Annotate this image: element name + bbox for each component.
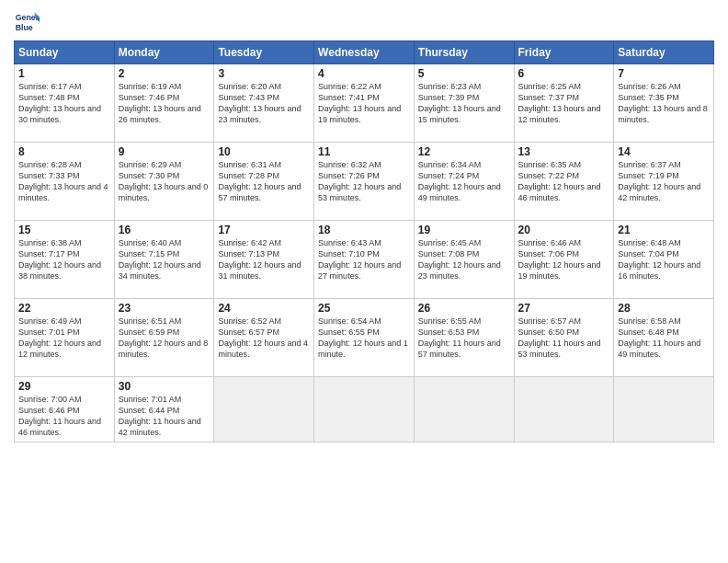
cell-info: Sunrise: 6:25 AMSunset: 7:37 PMDaylight:… — [518, 81, 610, 126]
cell-info: Sunrise: 6:22 AMSunset: 7:41 PMDaylight:… — [318, 81, 410, 126]
logo: General Blue — [14, 9, 43, 35]
day-number: 16 — [119, 224, 210, 236]
calendar-cell: 13 Sunrise: 6:35 AMSunset: 7:22 PMDaylig… — [514, 143, 614, 221]
cell-info: Sunrise: 6:29 AMSunset: 7:30 PMDaylight:… — [119, 159, 210, 204]
day-number: 30 — [119, 380, 210, 393]
calendar-cell: 4 Sunrise: 6:22 AMSunset: 7:41 PMDayligh… — [314, 64, 415, 143]
cell-info: Sunrise: 6:48 AMSunset: 7:04 PMDaylight:… — [618, 237, 710, 282]
calendar-cell — [514, 377, 614, 442]
calendar-cell: 28 Sunrise: 6:58 AMSunset: 6:48 PMDaylig… — [614, 299, 714, 377]
cell-info: Sunrise: 6:26 AMSunset: 7:35 PMDaylight:… — [618, 81, 710, 126]
cell-info: Sunrise: 6:45 AMSunset: 7:08 PMDaylight:… — [418, 237, 510, 282]
cell-info: Sunrise: 6:58 AMSunset: 6:48 PMDaylight:… — [618, 316, 710, 361]
day-header: Saturday — [614, 41, 714, 64]
calendar-cell: 9 Sunrise: 6:29 AMSunset: 7:30 PMDayligh… — [114, 143, 214, 221]
calendar-cell: 17 Sunrise: 6:42 AMSunset: 7:13 PMDaylig… — [214, 221, 314, 299]
calendar-cell: 1 Sunrise: 6:17 AMSunset: 7:48 PMDayligh… — [15, 64, 115, 143]
day-number: 10 — [218, 145, 310, 158]
day-number: 23 — [119, 302, 210, 315]
calendar-cell: 11 Sunrise: 6:32 AMSunset: 7:26 PMDaylig… — [314, 143, 415, 221]
calendar-cell: 12 Sunrise: 6:34 AMSunset: 7:24 PMDaylig… — [414, 143, 514, 221]
day-number: 29 — [18, 380, 110, 393]
calendar-cell: 26 Sunrise: 6:55 AMSunset: 6:53 PMDaylig… — [414, 299, 514, 377]
calendar-cell: 24 Sunrise: 6:52 AMSunset: 6:57 PMDaylig… — [214, 299, 314, 377]
day-number: 2 — [119, 67, 210, 80]
cell-info: Sunrise: 6:40 AMSunset: 7:15 PMDaylight:… — [119, 237, 210, 282]
day-number: 14 — [618, 145, 710, 158]
calendar-cell: 16 Sunrise: 6:40 AMSunset: 7:15 PMDaylig… — [114, 221, 214, 299]
day-number: 19 — [418, 224, 510, 236]
day-header: Tuesday — [214, 41, 314, 64]
cell-info: Sunrise: 6:23 AMSunset: 7:39 PMDaylight:… — [418, 81, 510, 126]
cell-info: Sunrise: 6:46 AMSunset: 7:06 PMDaylight:… — [518, 237, 610, 282]
calendar-cell: 7 Sunrise: 6:26 AMSunset: 7:35 PMDayligh… — [614, 64, 714, 143]
calendar-cell — [314, 377, 415, 442]
cell-info: Sunrise: 6:54 AMSunset: 6:55 PMDaylight:… — [318, 316, 410, 361]
calendar-cell: 5 Sunrise: 6:23 AMSunset: 7:39 PMDayligh… — [414, 64, 514, 143]
calendar-cell: 22 Sunrise: 6:49 AMSunset: 7:01 PMDaylig… — [15, 299, 115, 377]
calendar-cell: 27 Sunrise: 6:57 AMSunset: 6:50 PMDaylig… — [514, 299, 614, 377]
calendar-cell: 25 Sunrise: 6:54 AMSunset: 6:55 PMDaylig… — [314, 299, 415, 377]
calendar-cell: 15 Sunrise: 6:38 AMSunset: 7:17 PMDaylig… — [15, 221, 115, 299]
day-number: 22 — [18, 302, 110, 315]
calendar-cell — [614, 377, 714, 442]
calendar-cell: 20 Sunrise: 6:46 AMSunset: 7:06 PMDaylig… — [514, 221, 614, 299]
cell-info: Sunrise: 6:38 AMSunset: 7:17 PMDaylight:… — [18, 237, 110, 282]
day-number: 11 — [318, 145, 410, 158]
day-number: 3 — [218, 67, 310, 80]
cell-info: Sunrise: 6:43 AMSunset: 7:10 PMDaylight:… — [318, 237, 410, 282]
calendar-cell: 14 Sunrise: 6:37 AMSunset: 7:19 PMDaylig… — [614, 143, 714, 221]
cell-info: Sunrise: 6:49 AMSunset: 7:01 PMDaylight:… — [18, 316, 110, 361]
calendar-cell: 23 Sunrise: 6:51 AMSunset: 6:59 PMDaylig… — [114, 299, 214, 377]
calendar-cell: 19 Sunrise: 6:45 AMSunset: 7:08 PMDaylig… — [414, 221, 514, 299]
calendar-cell: 30 Sunrise: 7:01 AMSunset: 6:44 PMDaylig… — [114, 377, 214, 442]
day-number: 25 — [318, 302, 410, 315]
day-number: 13 — [518, 145, 610, 158]
calendar-cell: 21 Sunrise: 6:48 AMSunset: 7:04 PMDaylig… — [614, 221, 714, 299]
day-number: 9 — [119, 145, 210, 158]
day-header: Wednesday — [314, 41, 415, 64]
calendar: SundayMondayTuesdayWednesdayThursdayFrid… — [14, 40, 714, 442]
day-number: 8 — [18, 145, 110, 158]
day-number: 12 — [418, 145, 510, 158]
cell-info: Sunrise: 6:32 AMSunset: 7:26 PMDaylight:… — [318, 159, 410, 204]
svg-text:Blue: Blue — [16, 23, 33, 32]
cell-info: Sunrise: 6:51 AMSunset: 6:59 PMDaylight:… — [119, 316, 210, 361]
day-number: 21 — [618, 224, 710, 236]
day-number: 17 — [218, 224, 310, 236]
calendar-cell: 2 Sunrise: 6:19 AMSunset: 7:46 PMDayligh… — [114, 64, 214, 143]
day-number: 28 — [618, 302, 710, 315]
calendar-cell: 10 Sunrise: 6:31 AMSunset: 7:28 PMDaylig… — [214, 143, 314, 221]
cell-info: Sunrise: 6:19 AMSunset: 7:46 PMDaylight:… — [119, 81, 210, 126]
cell-info: Sunrise: 6:55 AMSunset: 6:53 PMDaylight:… — [418, 316, 510, 361]
day-header: Monday — [114, 41, 214, 64]
day-number: 7 — [618, 67, 710, 80]
calendar-cell — [214, 377, 314, 442]
day-header: Friday — [514, 41, 614, 64]
cell-info: Sunrise: 6:31 AMSunset: 7:28 PMDaylight:… — [218, 159, 310, 204]
calendar-cell: 8 Sunrise: 6:28 AMSunset: 7:33 PMDayligh… — [15, 143, 115, 221]
day-header: Thursday — [414, 41, 514, 64]
calendar-cell: 29 Sunrise: 7:00 AMSunset: 6:46 PMDaylig… — [15, 377, 115, 442]
day-number: 20 — [518, 224, 610, 236]
cell-info: Sunrise: 6:34 AMSunset: 7:24 PMDaylight:… — [418, 159, 510, 204]
cell-info: Sunrise: 6:20 AMSunset: 7:43 PMDaylight:… — [218, 81, 310, 126]
cell-info: Sunrise: 6:57 AMSunset: 6:50 PMDaylight:… — [518, 316, 610, 361]
day-number: 6 — [518, 67, 610, 80]
day-number: 4 — [318, 67, 410, 80]
cell-info: Sunrise: 6:35 AMSunset: 7:22 PMDaylight:… — [518, 159, 610, 204]
day-number: 24 — [218, 302, 310, 315]
calendar-cell: 6 Sunrise: 6:25 AMSunset: 7:37 PMDayligh… — [514, 64, 614, 143]
day-number: 26 — [418, 302, 510, 315]
day-number: 27 — [518, 302, 610, 315]
day-number: 5 — [418, 67, 510, 80]
calendar-cell — [414, 377, 514, 442]
cell-info: Sunrise: 6:17 AMSunset: 7:48 PMDaylight:… — [18, 81, 110, 126]
cell-info: Sunrise: 7:01 AMSunset: 6:44 PMDaylight:… — [119, 394, 210, 439]
calendar-cell: 18 Sunrise: 6:43 AMSunset: 7:10 PMDaylig… — [314, 221, 415, 299]
cell-info: Sunrise: 6:52 AMSunset: 6:57 PMDaylight:… — [218, 316, 310, 361]
cell-info: Sunrise: 7:00 AMSunset: 6:46 PMDaylight:… — [18, 394, 110, 439]
day-number: 1 — [18, 67, 110, 80]
cell-info: Sunrise: 6:37 AMSunset: 7:19 PMDaylight:… — [618, 159, 710, 204]
calendar-cell: 3 Sunrise: 6:20 AMSunset: 7:43 PMDayligh… — [214, 64, 314, 143]
